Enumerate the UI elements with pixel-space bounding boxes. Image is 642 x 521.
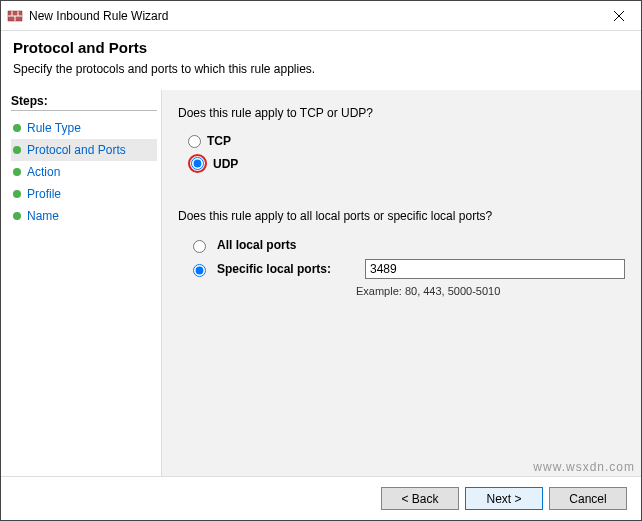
radio-all-ports-row[interactable]: All local ports xyxy=(188,237,625,253)
step-action[interactable]: Action xyxy=(11,161,157,183)
radio-udp[interactable] xyxy=(191,157,204,170)
ports-question: Does this rule apply to all local ports … xyxy=(178,209,625,223)
radio-specific-ports-label: Specific local ports: xyxy=(217,262,357,276)
page-title: Protocol and Ports xyxy=(13,39,629,56)
step-bullet-icon xyxy=(13,168,21,176)
step-rule-type[interactable]: Rule Type xyxy=(11,117,157,139)
page-subtitle: Specify the protocols and ports to which… xyxy=(13,62,629,76)
wizard-footer: < Back Next > Cancel xyxy=(1,476,641,520)
wizard-window: New Inbound Rule Wizard Protocol and Por… xyxy=(0,0,642,521)
radio-tcp-label: TCP xyxy=(207,134,231,148)
step-label: Action xyxy=(27,165,60,179)
step-label: Protocol and Ports xyxy=(27,143,126,157)
step-bullet-icon xyxy=(13,146,21,154)
close-button[interactable] xyxy=(597,1,641,31)
page-header: Protocol and Ports Specify the protocols… xyxy=(1,31,641,86)
ports-group: Does this rule apply to all local ports … xyxy=(178,209,625,297)
radio-specific-ports[interactable] xyxy=(193,264,206,277)
radio-all-ports[interactable] xyxy=(193,240,206,253)
steps-heading: Steps: xyxy=(11,94,157,111)
titlebar: New Inbound Rule Wizard xyxy=(1,1,641,31)
window-title: New Inbound Rule Wizard xyxy=(29,9,597,23)
step-profile[interactable]: Profile xyxy=(11,183,157,205)
radio-all-ports-label: All local ports xyxy=(217,238,357,252)
step-name[interactable]: Name xyxy=(11,205,157,227)
back-button[interactable]: < Back xyxy=(381,487,459,510)
protocol-question: Does this rule apply to TCP or UDP? xyxy=(178,106,625,120)
step-bullet-icon xyxy=(13,212,21,220)
radio-udp-row[interactable]: UDP xyxy=(188,154,625,173)
radio-tcp-row[interactable]: TCP xyxy=(188,134,625,148)
step-bullet-icon xyxy=(13,190,21,198)
radio-specific-ports-row[interactable]: Specific local ports: xyxy=(188,259,625,279)
ports-example: Example: 80, 443, 5000-5010 xyxy=(356,285,625,297)
radio-highlight-icon xyxy=(188,154,207,173)
wizard-body: Steps: Rule Type Protocol and Ports Acti… xyxy=(1,90,641,476)
specific-ports-input[interactable] xyxy=(365,259,625,279)
firewall-icon xyxy=(7,8,23,24)
close-icon xyxy=(614,11,624,21)
steps-list: Rule Type Protocol and Ports Action Prof… xyxy=(11,117,157,227)
step-label: Name xyxy=(27,209,59,223)
step-label: Rule Type xyxy=(27,121,81,135)
radio-tcp[interactable] xyxy=(188,135,201,148)
steps-sidebar: Steps: Rule Type Protocol and Ports Acti… xyxy=(1,90,161,476)
content-panel: Does this rule apply to TCP or UDP? TCP … xyxy=(161,90,641,476)
step-bullet-icon xyxy=(13,124,21,132)
cancel-button[interactable]: Cancel xyxy=(549,487,627,510)
step-label: Profile xyxy=(27,187,61,201)
radio-udp-label: UDP xyxy=(213,157,238,171)
next-button[interactable]: Next > xyxy=(465,487,543,510)
step-protocol-and-ports[interactable]: Protocol and Ports xyxy=(11,139,157,161)
